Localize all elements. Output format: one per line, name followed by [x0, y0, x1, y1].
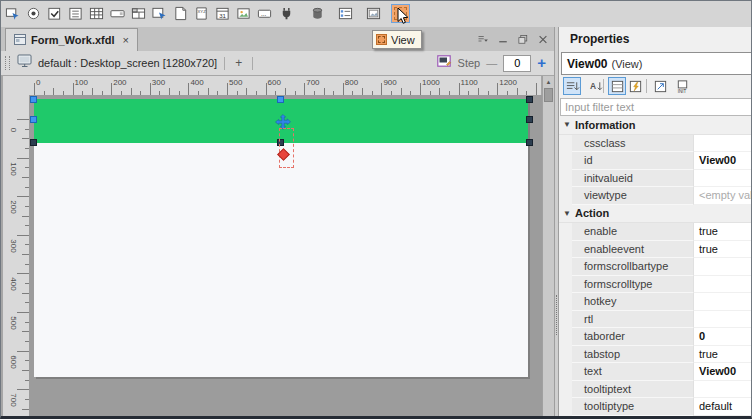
property-row-tabstop[interactable]: tabstoptrue [559, 346, 751, 364]
property-value[interactable]: default [693, 398, 751, 416]
ruler-label: 900 [383, 78, 396, 87]
horizontal-ruler: 0100200300400500600700800900100011001200 [29, 76, 541, 96]
property-value[interactable]: true [693, 346, 751, 364]
radiobutton-toolbar-icon[interactable] [24, 4, 43, 23]
goto-link-icon[interactable] [651, 77, 669, 95]
add-screen-button[interactable]: + [232, 56, 245, 70]
ruler-corner [3, 76, 30, 96]
tab-toolbar-icon[interactable] [129, 4, 148, 23]
ruler-label: 1200 [499, 78, 517, 87]
separator [252, 57, 253, 70]
ruler-label: 500 [4, 314, 22, 332]
imageviewer-toolbar-icon[interactable] [234, 4, 253, 23]
close-icon[interactable] [537, 33, 549, 45]
screen-selector-bar: default : Desktop_screen [1280x720] + St… [1, 51, 554, 76]
property-value[interactable]: View00 [693, 363, 751, 381]
scrollbar-thumb[interactable] [544, 88, 553, 102]
property-row-text[interactable]: textView00 [559, 363, 751, 381]
property-row-taborder[interactable]: taborder0 [559, 328, 751, 346]
property-value[interactable]: true [693, 223, 751, 241]
step-increment-button[interactable]: + [537, 56, 546, 70]
property-row-enableevent[interactable]: enableeventtrue [559, 241, 751, 259]
property-row-cssclass[interactable]: cssclass [559, 135, 751, 153]
tab-close-icon[interactable]: × [123, 34, 129, 46]
selection-handle-bottom-left[interactable] [30, 139, 37, 146]
property-value[interactable] [693, 293, 751, 311]
property-value[interactable]: <empty valu [693, 187, 751, 205]
drag-grip[interactable] [5, 56, 10, 70]
screen-tab-label[interactable]: default : Desktop_screen [1280x720] [38, 57, 217, 69]
section-header-information[interactable]: ▼Information [559, 116, 751, 135]
step-decrement-button[interactable]: — [486, 57, 497, 69]
property-row-tooltiptext[interactable]: tooltiptext [559, 381, 751, 399]
listview-toolbar-icon[interactable] [336, 4, 355, 23]
step-control: Step — + [437, 51, 546, 75]
property-row-formscrolltype[interactable]: formscrolltype [559, 276, 751, 294]
grid-toolbar-icon[interactable] [87, 4, 106, 23]
selection-handle-top-right[interactable] [526, 96, 533, 103]
property-row-id[interactable]: idView00 [559, 152, 751, 170]
div-toolbar-icon[interactable] [171, 4, 190, 23]
init-value-icon[interactable]: INIT [673, 77, 691, 95]
property-value[interactable] [693, 381, 751, 399]
mouse-cursor [397, 7, 409, 29]
minimize-icon[interactable] [497, 33, 509, 45]
ruler-label: 100 [75, 78, 88, 87]
section-header-action[interactable]: ▼Action [559, 205, 751, 224]
calendar-toolbar-icon[interactable]: 31 [213, 4, 232, 23]
svg-text:...: ... [261, 10, 267, 17]
tab-list-icon[interactable] [477, 33, 489, 45]
property-value[interactable] [693, 258, 751, 276]
property-value[interactable]: View00 [693, 152, 751, 170]
property-value[interactable]: true [693, 241, 751, 259]
property-value[interactable]: 0 [693, 328, 751, 346]
property-value[interactable] [693, 311, 751, 329]
textarea-select-toolbar-icon[interactable] [150, 4, 169, 23]
document-tab-bar: Form_Work.xfdl × [1, 27, 554, 52]
restore-icon[interactable] [517, 33, 529, 45]
properties-panel: Properties View00 (View) AINIT ▼Informat… [559, 27, 751, 416]
property-row-tooltiptype[interactable]: tooltiptypedefault [559, 398, 751, 416]
select-edit-toolbar-icon[interactable] [3, 4, 22, 23]
svg-text:XYZ: XYZ [198, 9, 207, 14]
scroll-up-icon[interactable]: ▲ [543, 76, 554, 87]
property-row-enable[interactable]: enabletrue [559, 223, 751, 241]
checkbox-toolbar-icon[interactable] [45, 4, 64, 23]
popupdiv-toolbar-icon[interactable]: XYZ [192, 4, 211, 23]
combo-toolbar-icon[interactable]: ... [255, 4, 274, 23]
image-frame-toolbar-icon[interactable] [364, 4, 383, 23]
table-row[interactable] [559, 416, 751, 417]
edit-toolbar-icon[interactable] [108, 4, 127, 23]
selection-handle-middle-left[interactable] [30, 116, 37, 123]
property-row-viewtype[interactable]: viewtype<empty valu [559, 187, 751, 205]
ruler-label: 300 [152, 78, 165, 87]
step-value-input[interactable] [503, 55, 531, 72]
tab-form-work[interactable]: Form_Work.xfdl × [5, 28, 138, 51]
property-label: formscrollbartype [572, 258, 693, 276]
property-value[interactable] [693, 276, 751, 294]
show-events-icon[interactable] [626, 77, 644, 95]
property-label: initvalueid [572, 170, 693, 188]
vertical-scrollbar[interactable]: ▲ [542, 76, 554, 416]
listbox-toolbar-icon[interactable] [66, 4, 85, 23]
selection-handle-top-left[interactable] [30, 96, 37, 103]
plugin-toolbar-icon[interactable] [277, 4, 296, 23]
property-value[interactable] [693, 135, 751, 153]
property-row-rtl[interactable]: rtl [559, 311, 751, 329]
property-row-hotkey[interactable]: hotkey [559, 293, 751, 311]
show-properties-icon[interactable] [608, 77, 626, 95]
selected-component-box[interactable]: View00 (View) [561, 52, 751, 75]
property-row-formscrollbartype[interactable]: formscrollbartype [559, 258, 751, 276]
selection-handle-bottom-right[interactable] [526, 139, 533, 146]
sort-categorized-icon[interactable] [563, 77, 581, 95]
property-row-initvalueid[interactable]: initvalueid [559, 170, 751, 188]
property-label: hotkey [572, 293, 693, 311]
property-filter-input[interactable] [560, 98, 751, 116]
ruler-label: 200 [4, 198, 22, 216]
ruler-label: 600 [4, 353, 22, 371]
drag-outline [279, 128, 294, 168]
selection-handle-middle-right[interactable] [526, 116, 533, 123]
property-value[interactable] [693, 170, 751, 188]
selection-handle-top-center[interactable] [277, 96, 284, 103]
dataset-toolbar-icon[interactable] [308, 4, 327, 23]
